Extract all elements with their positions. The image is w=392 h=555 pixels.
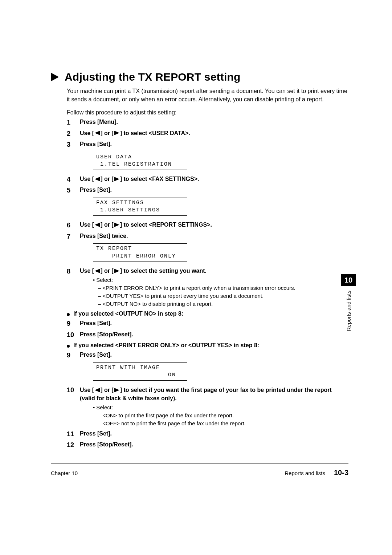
lcd-display: USER DATA 1.TEL REGISTRATION bbox=[93, 152, 187, 170]
step-5: 5 Press [Set]. FAX SETTINGS 1.USER SETTI… bbox=[67, 186, 348, 219]
step-number: 12 bbox=[67, 441, 80, 449]
step-text: Press [Set]. bbox=[80, 186, 112, 194]
branch-output-no: If you selected <OUTPUT NO> in step 8: bbox=[67, 311, 348, 317]
step-11: 11 Press [Set]. bbox=[67, 430, 348, 438]
right-arrow-icon bbox=[114, 131, 119, 135]
intro-paragraph: Your machine can print a TX (transmissio… bbox=[67, 87, 348, 104]
step-number: 10 bbox=[67, 386, 80, 427]
step-text-mid: ] or [ bbox=[101, 267, 114, 275]
svg-marker-0 bbox=[51, 73, 59, 81]
svg-marker-9 bbox=[95, 388, 100, 392]
step-9a: 9 Press [Set]. bbox=[67, 319, 348, 328]
step-10a: 10 Press [Stop/Reset]. bbox=[67, 331, 348, 339]
branch-output-yes: If you selected <PRINT ERROR ONLY> or <O… bbox=[67, 342, 348, 349]
svg-marker-8 bbox=[114, 269, 119, 273]
left-arrow-icon bbox=[95, 131, 100, 135]
branch-text: If you selected <PRINT ERROR ONLY> or <O… bbox=[73, 342, 259, 349]
step-number: 4 bbox=[67, 175, 80, 184]
step-1: 1 Press [Menu]. bbox=[67, 118, 348, 127]
footer-chapter: Chapter 10 bbox=[51, 470, 78, 476]
step-text-pre: Use [ bbox=[80, 129, 94, 137]
section-heading: Adjusting the TX REPORT setting bbox=[51, 71, 348, 83]
step-9b: 9 Press [Set]. PRINT WITH IMAGE ON bbox=[67, 351, 348, 384]
footer-rule bbox=[51, 463, 348, 463]
step-text-post: ] to select <USER DATA>. bbox=[120, 129, 190, 137]
step-text-mid: ] or [ bbox=[101, 221, 114, 229]
step-number: 6 bbox=[67, 221, 80, 230]
svg-marker-10 bbox=[114, 388, 119, 392]
step-number: 9 bbox=[67, 351, 80, 384]
step-text-mid: ] or [ bbox=[101, 129, 114, 137]
svg-marker-1 bbox=[95, 131, 100, 135]
left-arrow-icon bbox=[95, 177, 100, 181]
step-8: 8 Use [ ] or [ ] to select the setting y… bbox=[67, 267, 348, 308]
step-number: 3 bbox=[67, 140, 80, 173]
step-text-post: ] to select <FAX SETTINGS>. bbox=[120, 175, 199, 183]
step-text-post: ] to select <REPORT SETTINGS>. bbox=[120, 221, 212, 229]
svg-marker-3 bbox=[95, 177, 100, 181]
right-arrow-icon bbox=[114, 269, 119, 273]
step-12: 12 Press [Stop/Reset]. bbox=[67, 441, 348, 449]
step-text-mid: ] or [ bbox=[101, 175, 114, 183]
side-tab-number: 10 bbox=[341, 274, 356, 286]
bullet-icon bbox=[67, 313, 70, 316]
lcd-display: PRINT WITH IMAGE ON bbox=[93, 362, 187, 381]
step-2: 2 Use [ ] or [ ] to select <USER DATA>. bbox=[67, 129, 348, 138]
branch-text: If you selected <OUTPUT NO> in step 8: bbox=[73, 311, 183, 317]
step-text-post: ] to select the setting you want. bbox=[120, 267, 207, 275]
step-text: Press [Stop/Reset]. bbox=[80, 441, 133, 449]
left-arrow-icon bbox=[95, 388, 100, 392]
step-text: Press [Set]. bbox=[80, 351, 112, 359]
svg-marker-6 bbox=[114, 223, 119, 227]
right-arrow-icon bbox=[114, 223, 119, 227]
lcd-display: FAX SETTINGS 1.USER SETTINGS bbox=[93, 198, 187, 216]
svg-marker-5 bbox=[95, 223, 100, 227]
page-footer: Chapter 10 Reports and lists 10-3 bbox=[51, 469, 348, 477]
step-number: 11 bbox=[67, 430, 80, 438]
heading-text: Adjusting the TX REPORT setting bbox=[65, 71, 241, 83]
step-8-sub: •Select: –<PRINT ERROR ONLY> to print a … bbox=[93, 276, 348, 308]
step-number: 8 bbox=[67, 267, 80, 308]
intro-follow: Follow this procedure to adjust this set… bbox=[67, 109, 348, 116]
right-arrow-icon bbox=[114, 388, 119, 392]
svg-marker-4 bbox=[114, 177, 119, 181]
step-text-pre: Use [ bbox=[80, 221, 94, 229]
side-tab: 10 Reports and lists bbox=[341, 274, 356, 331]
step-number: 9 bbox=[67, 319, 80, 328]
step-number: 1 bbox=[67, 118, 80, 127]
step-text: Press [Set]. bbox=[80, 430, 112, 438]
step-text: Press [Set] twice. bbox=[80, 232, 128, 240]
svg-marker-7 bbox=[95, 269, 100, 273]
side-tab-label: Reports and lists bbox=[346, 291, 352, 331]
step-10b: 10 Use [] or [] to select if you want th… bbox=[67, 386, 348, 427]
footer-page-number: 10-3 bbox=[334, 469, 348, 477]
step-number: 2 bbox=[67, 129, 80, 138]
step-4: 4 Use [ ] or [ ] to select <FAX SETTINGS… bbox=[67, 175, 348, 184]
footer-section: Reports and lists bbox=[285, 470, 325, 476]
left-arrow-icon bbox=[95, 269, 100, 273]
step-7: 7 Press [Set] twice. TX REPORT PRINT ERR… bbox=[67, 232, 348, 265]
step-number: 7 bbox=[67, 232, 80, 265]
step-text-pre: Use [ bbox=[80, 387, 94, 393]
svg-marker-2 bbox=[114, 131, 119, 135]
step-text: Press [Set]. bbox=[80, 140, 112, 148]
step-text-mid: ] or [ bbox=[101, 387, 114, 393]
step-number: 10 bbox=[67, 331, 80, 339]
step-number: 5 bbox=[67, 186, 80, 219]
step-text-pre: Use [ bbox=[80, 175, 94, 183]
step-6: 6 Use [ ] or [ ] to select <REPORT SETTI… bbox=[67, 221, 348, 230]
triangle-right-icon bbox=[51, 73, 59, 81]
step-3: 3 Press [Set]. USER DATA 1.TEL REGISTRAT… bbox=[67, 140, 348, 173]
bullet-icon bbox=[67, 345, 70, 348]
lcd-display: TX REPORT PRINT ERROR ONLY bbox=[93, 243, 187, 262]
left-arrow-icon bbox=[95, 223, 100, 227]
step-text: Press [Menu]. bbox=[80, 118, 118, 126]
step-text: Press [Stop/Reset]. bbox=[80, 331, 133, 339]
step-10b-sub: •Select: –<ON> to print the first page o… bbox=[93, 404, 348, 427]
right-arrow-icon bbox=[114, 177, 119, 181]
step-text: Press [Set]. bbox=[80, 319, 112, 327]
step-text-pre: Use [ bbox=[80, 267, 94, 275]
